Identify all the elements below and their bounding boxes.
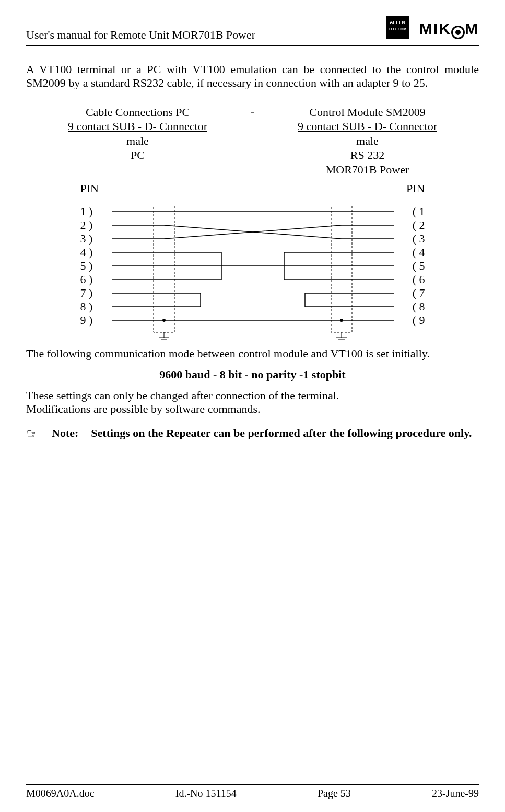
- pin-left-3: 3 ): [80, 232, 93, 246]
- cable-right-line5: MOR701B Power: [284, 163, 451, 177]
- pin-left-2: 2 ): [80, 218, 93, 232]
- footer-doc: M0069A0A.doc: [26, 787, 95, 799]
- page-header: User's manual for Remote Unit MOR701B Po…: [26, 16, 479, 46]
- pin-left-4: 4 ): [80, 246, 93, 259]
- page-footer: M0069A0A.doc Id.-No 151154 Page 53 23-Ju…: [26, 784, 479, 799]
- cable-right-line2: 9 contact SUB - D- Connector: [284, 119, 451, 134]
- cable-left-line2: 9 contact SUB - D- Connector: [54, 119, 221, 134]
- allen-telecom-logo: ALLEN TELECOM: [386, 16, 409, 42]
- wiring-diagram-icon: [112, 205, 394, 341]
- note-label: Note:: [52, 426, 78, 441]
- cable-heading: Cable Connections PC 9 contact SUB - D- …: [26, 105, 479, 177]
- cable-left-line1: Cable Connections PC: [54, 105, 221, 120]
- logo-group: ALLEN TELECOM MIKM: [386, 16, 479, 42]
- pin-labels-left: 1 ) 2 ) 3 ) 4 ) 5 ) 6 ) 7 ) 8 ) 9 ): [80, 205, 93, 327]
- manual-title: User's manual for Remote Unit MOR701B Po…: [26, 28, 255, 42]
- cable-left-line4: PC: [54, 148, 221, 163]
- svg-rect-4: [331, 205, 352, 332]
- pin-label-left: PIN: [80, 182, 99, 195]
- pin-right-2: ( 2: [413, 218, 425, 232]
- pin-left-6: 6 ): [80, 273, 93, 286]
- pin-right-7: ( 7: [413, 286, 425, 300]
- cable-left-line3: male: [54, 134, 221, 148]
- cable-right-line3: male: [284, 134, 451, 148]
- pin-right-6: ( 6: [413, 273, 425, 286]
- pin-left-1: 1 ): [80, 205, 93, 218]
- settings-paragraph: These settings can only be changed after…: [26, 389, 479, 416]
- cable-left-col: Cable Connections PC 9 contact SUB - D- …: [54, 105, 221, 177]
- intro-paragraph: A VT100 terminal or a PC with VT100 emul…: [26, 63, 479, 90]
- footer-id: Id.-No 151154: [175, 787, 237, 799]
- pin-right-3: ( 3: [413, 232, 425, 246]
- mikom-logo: MIKM: [419, 20, 479, 38]
- footer-date: 23-June-99: [432, 787, 479, 799]
- pin-right-8: ( 8: [413, 300, 425, 314]
- cable-sep: -: [221, 105, 284, 177]
- pin-label-right: PIN: [406, 182, 425, 195]
- mikom-logo-o-icon: [451, 26, 465, 39]
- cable-right-line4: RS 232: [284, 148, 451, 163]
- svg-rect-3: [154, 205, 174, 332]
- pointing-hand-icon: ☞: [26, 426, 39, 441]
- svg-point-26: [162, 319, 166, 322]
- mikom-logo-post: M: [465, 20, 479, 37]
- pin-right-5: ( 5: [413, 259, 425, 273]
- cable-right-col: Control Module SM2009 9 contact SUB - D-…: [284, 105, 451, 177]
- pin-diagram: 1 ) 2 ) 3 ) 4 ) 5 ) 6 ) 7 ) 8 ) 9 ) ( 1 …: [80, 205, 425, 341]
- pin-label-row: PIN PIN: [80, 182, 425, 195]
- pin-left-8: 8 ): [80, 300, 93, 314]
- baud-settings: 9600 baud - 8 bit - no parity -1 stopbit: [26, 368, 479, 381]
- svg-point-27: [340, 319, 343, 322]
- settings-line-1: These settings can only be changed after…: [26, 389, 479, 402]
- svg-text:TELECOM: TELECOM: [389, 27, 406, 31]
- pin-left-9: 9 ): [80, 314, 93, 327]
- pin-right-1: ( 1: [413, 205, 425, 218]
- mikom-logo-pre: MIK: [419, 20, 451, 37]
- note-block: ☞ Note: Settings on the Repeater can be …: [26, 426, 479, 441]
- pin-left-5: 5 ): [80, 259, 93, 273]
- settings-line-2: Modifications are possible by software c…: [26, 402, 479, 416]
- pin-labels-right: ( 1 ( 2 ( 3 ( 4 ( 5 ( 6 ( 7 ( 8 ( 9: [413, 205, 425, 327]
- note-text: Settings on the Repeater can be performe…: [91, 426, 472, 441]
- pin-left-7: 7 ): [80, 286, 93, 300]
- footer-page: Page 53: [318, 787, 351, 799]
- comm-mode-text: The following communication mode between…: [26, 347, 479, 361]
- pin-right-4: ( 4: [413, 246, 425, 259]
- svg-text:ALLEN: ALLEN: [390, 20, 405, 25]
- cable-right-line1: Control Module SM2009: [284, 105, 451, 120]
- pin-right-9: ( 9: [413, 314, 425, 327]
